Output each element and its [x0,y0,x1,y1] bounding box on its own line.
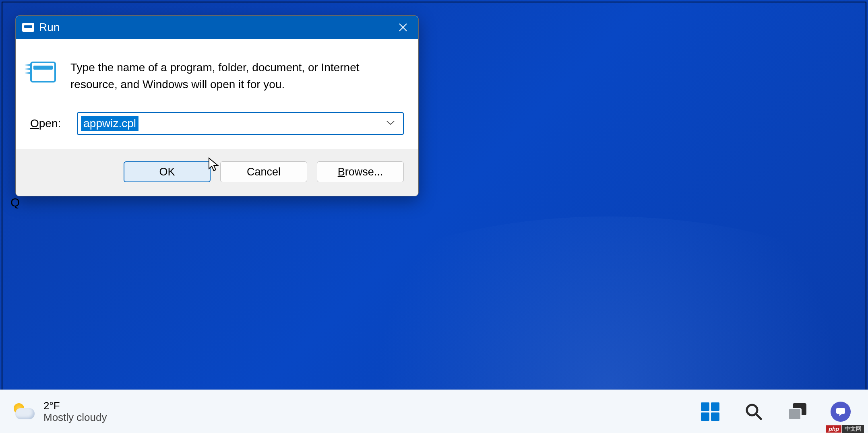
weather-icon [12,402,35,422]
close-button[interactable] [391,16,415,39]
search-button[interactable] [742,400,765,423]
watermark: php 中文网 [826,425,864,433]
ok-button[interactable]: OK [124,161,211,182]
chat-button[interactable] [829,400,852,423]
search-icon [745,403,763,421]
dialog-buttons: OK Cancel Browse... [16,149,418,196]
dialog-description: Type the name of a program, folder, docu… [70,59,368,93]
run-icon [30,62,56,82]
task-view-icon [788,403,806,420]
dialog-body: Type the name of a program, folder, docu… [16,39,418,149]
open-label: Open: [30,117,61,130]
run-dialog: Run Type the name of a program, folder, … [15,15,419,196]
weather-condition: Mostly cloudy [43,412,107,423]
stray-text: Q [10,196,20,209]
weather-widget[interactable]: 2°F Mostly cloudy [12,400,107,423]
open-input-value[interactable]: appwiz.cpl [81,116,138,131]
titlebar[interactable]: Run [16,16,418,39]
open-combobox[interactable]: appwiz.cpl [77,112,404,135]
dropdown-button[interactable] [386,120,395,127]
browse-button[interactable]: Browse... [317,161,404,182]
chat-icon [831,402,851,422]
taskbar: 2°F Mostly cloudy [0,390,868,433]
start-button[interactable] [699,400,721,423]
windows-logo-icon [701,402,719,421]
window-title: Run [39,21,391,34]
task-view-button[interactable] [786,400,808,423]
taskbar-icons [699,400,852,423]
run-titlebar-icon [22,23,34,32]
svg-line-3 [756,414,761,419]
svg-rect-4 [836,408,845,414]
svg-marker-5 [839,413,843,416]
close-icon [399,23,407,32]
cancel-button[interactable]: Cancel [220,161,307,182]
chevron-down-icon [386,120,395,126]
weather-temperature: 2°F [43,400,107,412]
